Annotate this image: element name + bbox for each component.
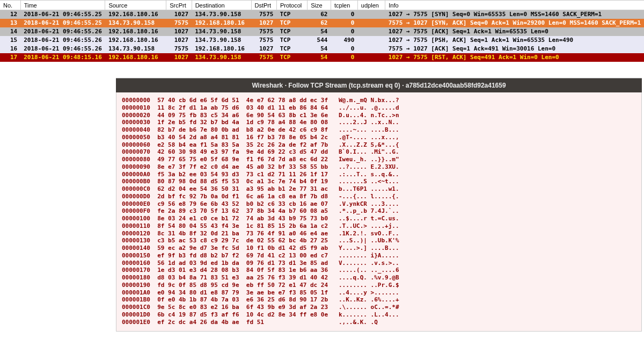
hex-line[interactable]: 000000B0 80 87 98 0d 88 d5 f5 53 0c a1 3… (122, 178, 636, 185)
packet-list-table[interactable]: No. Time Source SrcPrt Destination DstPr… (0, 0, 644, 62)
cell: 192.168.180.16 (105, 36, 166, 45)
cell: 192.168.180.16 (192, 45, 251, 53)
cell: 1027 → 7575 [ACK] Seq=1 Ack=1 Win=65535 … (385, 27, 644, 36)
hex-line[interactable]: 00000150 ef 9f b3 fd d8 b2 b7 f2 69 7d 4… (122, 252, 636, 260)
cell (357, 53, 385, 62)
cell: 16 (0, 45, 20, 53)
hex-line[interactable]: 000000E0 c9 56 e8 79 6e 6b 43 52 b0 b2 c… (122, 200, 636, 208)
cell: 134.73.90.158 (192, 10, 251, 19)
hex-line[interactable]: 00000190 fd 9c 0f 85 d8 95 cd 9e eb ff 5… (122, 282, 636, 289)
cell: 2018-06-21 09:46:55.25 (20, 19, 105, 27)
cell: 192.168.180.16 (105, 27, 166, 36)
hex-line[interactable]: 00000030 1f 2e b5 fd 32 b7 bd 4a 1d c9 7… (122, 119, 636, 126)
cell: 62 (308, 19, 331, 27)
hex-line[interactable]: 00000110 8f 54 80 04 55 43 f4 3e 1c 81 8… (122, 222, 636, 230)
table-row[interactable]: 142018-06-21 09:46:55.26192.168.180.1610… (0, 27, 644, 36)
hex-line[interactable]: 00000050 b3 40 54 2d a8 a4 81 81 16 f7 b… (122, 134, 636, 141)
col-size-header[interactable]: Size (308, 1, 331, 10)
hex-line[interactable]: 00000060 e2 58 b4 ea f1 5a 83 5a 35 2c 2… (122, 141, 636, 149)
follow-stream-window: Wireshark · Follow TCP Stream (tcp.strea… (116, 78, 642, 332)
hex-line[interactable]: 000001E0 ef 2c dc a4 26 da 4b ae fd 51 .… (122, 319, 636, 326)
col-destination-header[interactable]: Destination (192, 1, 251, 10)
cell: 12 (0, 10, 20, 19)
cell: 7575 (251, 27, 276, 36)
cell: 2018-06-21 09:46:55.26 (20, 36, 105, 45)
cell: 0 (331, 53, 357, 62)
cell: TCP (276, 10, 307, 19)
cell (357, 45, 385, 53)
hex-line[interactable]: 00000140 59 ec a2 9e d7 3e fc 5d 10 f1 0… (122, 244, 636, 252)
hex-line[interactable]: 00000100 8e 03 24 e1 c0 ce b1 72 74 ab 3… (122, 215, 636, 222)
cell: 7575 → 1027 [ACK] Seq=1 Ack=491 Win=3001… (385, 45, 644, 53)
table-row[interactable]: 152018-06-21 09:46:55.26192.168.180.1610… (0, 36, 644, 45)
cell (357, 19, 385, 27)
cell: 2018-06-21 09:48:15.16 (20, 53, 105, 62)
col-dstprt-header[interactable]: DstPrt (251, 1, 276, 10)
hex-line[interactable]: 00000040 82 b7 de b6 7e 80 0b ad b8 a2 0… (122, 126, 636, 134)
table-row[interactable]: 172018-06-21 09:48:15.16192.168.180.1610… (0, 53, 644, 62)
hex-line[interactable]: 00000010 11 8c 2f d1 1a ab 75 d6 03 40 d… (122, 104, 636, 112)
cell (357, 10, 385, 19)
cell: 192.168.180.16 (192, 19, 251, 27)
hex-line[interactable]: 000000D0 2d bf fc 92 7b 0a 0d f1 6c a6 1… (122, 193, 636, 200)
cell: 544 (308, 36, 331, 45)
hex-line[interactable]: 00000090 8e e7 3f 7f e2 c0 d4 ae 45 a0 3… (122, 163, 636, 171)
hex-line[interactable]: 00000120 8c 31 4b 8f 32 0d 21 ba 73 76 4… (122, 230, 636, 238)
cell: TCP (276, 36, 307, 45)
hex-line[interactable]: 000000A0 f5 3a b2 ee 03 54 93 d3 73 c1 d… (122, 171, 636, 178)
cell: 2018-06-21 09:46:55.26 (20, 45, 105, 53)
cell: 7575 (166, 45, 192, 53)
cell: 1027 (251, 19, 276, 27)
cell: 54 (308, 53, 331, 62)
cell: 7575 → 1027 [SYN, ACK] Seq=0 Ack=1 Win=2… (385, 19, 644, 27)
cell (357, 36, 385, 45)
hex-line[interactable]: 000001B0 0f e0 4b 1b 87 4b 7a 03 e6 36 2… (122, 296, 636, 304)
col-source-header[interactable]: Source (105, 1, 166, 10)
cell: 54 (308, 45, 331, 53)
cell: 1027 (251, 45, 276, 53)
col-protocol-header[interactable]: Protocol (276, 1, 307, 10)
hex-line[interactable]: 00000160 56 1d ad 03 9d ed 1b da 09 76 d… (122, 260, 636, 267)
col-tcplen-header[interactable]: tcplen (331, 1, 357, 10)
hex-line[interactable]: 00000070 42 60 30 98 49 e3 97 fa 9e 4d 6… (122, 148, 636, 156)
col-time-header[interactable]: Time (20, 1, 105, 10)
hex-line[interactable]: 00000170 1e d3 01 e3 d4 28 08 b3 84 0f 5… (122, 267, 636, 274)
table-row[interactable]: 162018-06-21 09:46:55.26134.73.90.158757… (0, 45, 644, 53)
col-srcprt-header[interactable]: SrcPrt (166, 1, 192, 10)
cell: 1027 (166, 27, 192, 36)
packet-header-row: No. Time Source SrcPrt Destination DstPr… (0, 1, 644, 10)
hex-line[interactable]: 000000F0 fe 2a 89 c3 70 5f 13 62 37 8b 3… (122, 207, 636, 215)
hex-line[interactable]: 00000020 44 09 75 fb 83 c5 34 a6 6e 90 5… (122, 112, 636, 119)
col-info-header[interactable]: Info (385, 1, 644, 10)
hex-line[interactable]: 00000130 c3 b5 ac 53 c8 c9 29 7c de 02 5… (122, 237, 636, 244)
cell: 0 (331, 19, 357, 27)
col-udplen-header[interactable]: udplen (357, 1, 385, 10)
hex-line[interactable]: 00000000 57 40 cb 6d e6 5f 6d 51 4e e7 6… (122, 97, 636, 104)
stream-titlebar[interactable]: Wireshark · Follow TCP Stream (tcp.strea… (116, 78, 642, 92)
cell: 2018-06-21 09:46:55.26 (20, 27, 105, 36)
hex-line[interactable]: 000001D0 6b c4 19 87 d5 f3 af f6 10 4c d… (122, 311, 636, 319)
table-row[interactable]: 132018-06-21 09:46:55.25134.73.90.158757… (0, 19, 644, 27)
cell: 134.73.90.158 (192, 36, 251, 45)
cell: 1027 (166, 53, 192, 62)
cell: TCP (276, 27, 307, 36)
cell: 15 (0, 36, 20, 45)
cell: 1027 → 7575 [RST, ACK] Seq=491 Ack=1 Win… (385, 53, 644, 62)
hex-line[interactable]: 000000C0 62 d2 04 ee 54 36 50 31 a3 95 a… (122, 185, 636, 193)
cell: 134.73.90.158 (192, 27, 251, 36)
table-row[interactable]: 122018-06-21 09:46:55.25192.168.180.1610… (0, 10, 644, 19)
hex-line[interactable]: 00000180 d8 03 b4 8a 71 83 51 e3 aa 25 7… (122, 274, 636, 282)
cell: 7575 (251, 36, 276, 45)
cell: 1027 (166, 10, 192, 19)
cell: 54 (308, 27, 331, 36)
hex-line[interactable]: 00000080 49 77 65 75 e0 5f 68 9e f1 f6 7… (122, 156, 636, 163)
hex-line[interactable]: 000001C0 9e 5c 8c e0 83 e2 16 ba 6f 43 9… (122, 304, 636, 311)
cell: TCP (276, 53, 307, 62)
cell: 134.73.90.158 (105, 19, 166, 27)
col-no-header[interactable]: No. (0, 1, 20, 10)
cell: 490 (331, 36, 357, 45)
hex-line[interactable]: 000001A0 e0 94 34 80 d1 e8 87 79 3e ae b… (122, 289, 636, 297)
cell: 192.168.180.16 (105, 10, 166, 19)
cell: 1027 → 7575 [SYN] Seq=0 Win=65535 Len=0 … (385, 10, 644, 19)
stream-hex-view[interactable]: 00000000 57 40 cb 6d e6 5f 6d 51 4e e7 6… (116, 92, 642, 332)
